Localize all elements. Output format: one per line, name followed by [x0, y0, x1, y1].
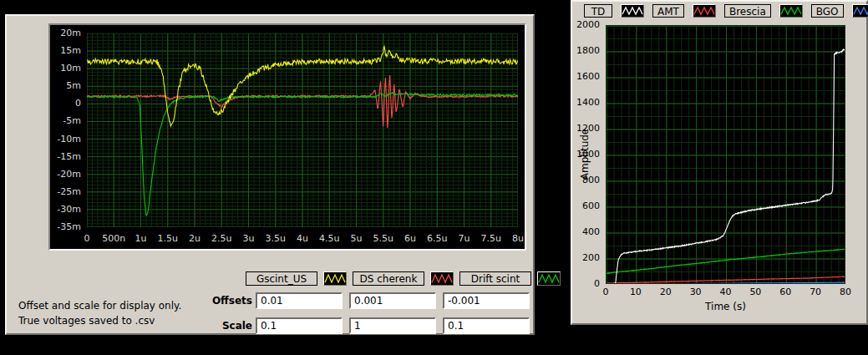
legend-glyph-bgo[interactable] — [852, 4, 868, 18]
amplitude-x-axis-ticks: 01020304050607080 — [606, 287, 845, 298]
offset-note: Offset and scale for display only. True … — [18, 298, 181, 328]
scope-x-axis-ticks: 0500n1u1.5u2u2.5u3u3.5u4u4.5u5u5.5u6u6.5… — [87, 234, 518, 246]
amplitude-legend: TD AMT Brescia BGO — [584, 4, 868, 18]
legend-label-td[interactable]: TD — [584, 4, 612, 18]
legend-glyph-drift-scint[interactable] — [537, 271, 561, 286]
offset-input-1[interactable] — [256, 292, 343, 309]
offset-input-3[interactable] — [443, 292, 530, 309]
legend-label-drift-scint[interactable]: Drift scint — [459, 271, 531, 286]
scale-label: Scale — [207, 320, 252, 332]
amplitude-plot-area — [606, 25, 845, 284]
waveform-icon — [693, 5, 715, 17]
legend-label-brescia[interactable]: Brescia — [724, 4, 771, 18]
offsets-label: Offsets — [207, 295, 252, 307]
offset-note-line1: Offset and scale for display only. — [18, 298, 181, 313]
scope-graph: 20m15m10m5m0-5m-10m-15m-20m-25m-30m-35m … — [48, 23, 526, 251]
amplitude-y-axis-ticks: 0200400600800100012001400160018002000 — [576, 25, 602, 284]
offset-note-line2: True voltages saved to .csv — [18, 313, 181, 328]
legend-label-bgo[interactable]: BGO — [811, 4, 844, 18]
waveform-icon — [853, 5, 868, 17]
legend-glyph-amt[interactable] — [693, 4, 716, 18]
legend-label-gscint-us[interactable]: Gscint_US — [246, 271, 317, 286]
scope-panel: 20m15m10m5m0-5m-10m-15m-20m-25m-30m-35m … — [5, 14, 535, 335]
waveform-icon — [538, 272, 560, 285]
scope-plot-area — [87, 33, 518, 227]
legend-glyph-brescia[interactable] — [779, 4, 803, 18]
app-window: 20m15m10m5m0-5m-10m-15m-20m-25m-30m-35m … — [0, 0, 868, 355]
legend-glyph-td[interactable] — [621, 4, 644, 18]
waveform-icon — [780, 5, 802, 17]
scope-y-axis-ticks: 20m15m10m5m0-5m-10m-15m-20m-25m-30m-35m — [50, 33, 84, 227]
scale-input-3[interactable] — [443, 317, 530, 334]
legend-label-ds-cherenk[interactable]: DS cherenk — [353, 271, 424, 286]
scope-legend: Gscint_US DS cherenk Drift scint — [246, 271, 561, 286]
waveform-icon — [324, 272, 346, 285]
amplitude-panel: TD AMT Brescia BGO — [571, 0, 868, 325]
legend-glyph-ds-cherenk[interactable] — [430, 271, 454, 286]
time-axis-label: Time (s) — [606, 301, 845, 312]
scale-input-1[interactable] — [256, 317, 343, 334]
scale-input-2[interactable] — [349, 317, 436, 334]
waveform-icon — [431, 272, 453, 285]
legend-glyph-gscint-us[interactable] — [323, 271, 347, 286]
offset-input-2[interactable] — [349, 292, 436, 309]
legend-label-amt[interactable]: AMT — [652, 4, 684, 18]
waveform-icon — [622, 5, 643, 17]
